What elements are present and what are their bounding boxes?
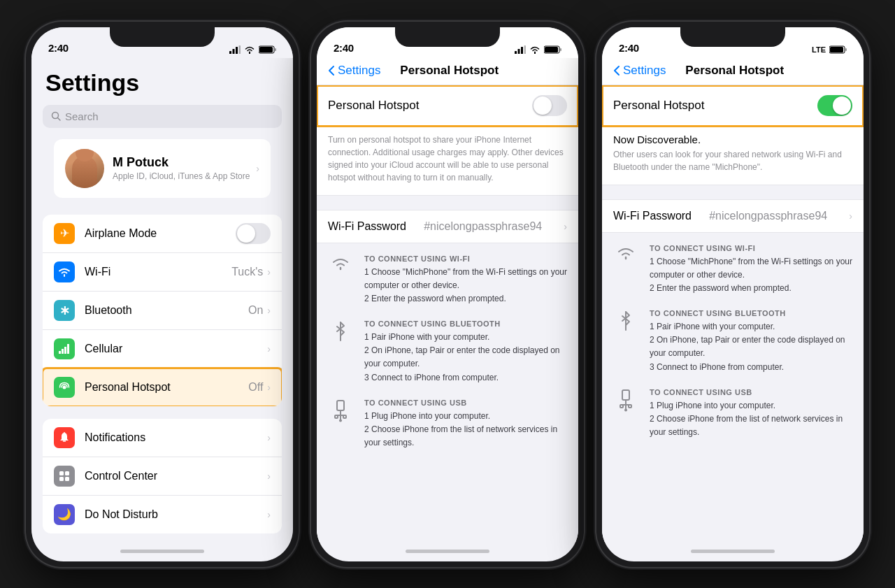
network-group: ✈ Airplane Mode xyxy=(43,215,282,406)
profile-row[interactable]: M Potuck Apple ID, iCloud, iTunes & App … xyxy=(54,139,271,198)
hotspot-toggle-thumb-3 xyxy=(833,96,851,115)
system-group: Notifications › Con xyxy=(43,419,282,533)
nav-back-3[interactable]: Settings xyxy=(613,64,666,78)
bluetooth-value: On xyxy=(248,304,263,317)
svg-rect-1 xyxy=(233,49,235,54)
connect-bt-3: TO CONNECT USING BLUETOOTH 1 Pair iPhone… xyxy=(613,309,852,374)
hotspot-toggle-label-3: Personal Hotspot xyxy=(613,99,704,113)
svg-rect-48 xyxy=(629,405,631,408)
svg-point-13 xyxy=(63,385,66,389)
dnd-row[interactable]: 🌙 Do Not Disturb › xyxy=(43,496,282,533)
wifi-password-value-3: #nicelongpassphrase94 xyxy=(709,210,827,222)
control-center-row[interactable]: Control Center › xyxy=(43,457,282,496)
hotspot-toggle-3[interactable] xyxy=(817,95,852,116)
wifi-chevron: › xyxy=(267,266,271,278)
svg-rect-47 xyxy=(620,405,623,408)
svg-rect-2 xyxy=(236,47,238,54)
bluetooth-row[interactable]: ∗ Bluetooth On › xyxy=(43,292,282,330)
notifications-label: Notifications xyxy=(85,431,267,444)
status-time-2: 2:40 xyxy=(334,42,354,54)
discoverable-note: Now Discoverable. Other users can look f… xyxy=(602,127,864,185)
avatar-person xyxy=(72,156,97,188)
home-indicator-3 xyxy=(602,542,864,561)
svg-point-39 xyxy=(339,419,342,422)
svg-rect-27 xyxy=(518,49,520,54)
dnd-label: Do Not Disturb xyxy=(85,508,267,521)
hotspot-content-3[interactable]: Personal Hotspot Now Discoverable. Other… xyxy=(602,85,864,542)
airplane-mode-row[interactable]: ✈ Airplane Mode xyxy=(43,215,282,253)
connect-usb-title-3: TO CONNECT USING USB xyxy=(650,388,852,396)
airplane-toggle-thumb xyxy=(237,224,255,243)
wifi-row[interactable]: Wi-Fi Tuck's › xyxy=(43,253,282,292)
svg-rect-41 xyxy=(830,47,843,52)
hotspot-content-2[interactable]: Personal Hotspot Turn on personal hotspo… xyxy=(317,85,578,542)
signal-icon-2 xyxy=(515,45,526,54)
connect-wifi-icon-3 xyxy=(613,244,638,261)
hotspot-toggle-section-2[interactable]: Personal Hotspot xyxy=(317,85,578,127)
phone-1: 2:40 xyxy=(26,22,299,567)
svg-rect-11 xyxy=(64,347,66,354)
connect-bt-text-2: TO CONNECT USING BLUETOOTH 1 Pair iPhone… xyxy=(364,320,567,385)
hotspot-desc-text-2: Turn on personal hotspot to share your i… xyxy=(328,135,564,182)
dnd-chevron: › xyxy=(267,509,271,520)
svg-rect-26 xyxy=(515,51,517,54)
airplane-toggle[interactable] xyxy=(236,223,271,244)
status-icons-2 xyxy=(515,45,561,54)
connect-bt-text-3: TO CONNECT USING BLUETOOTH 1 Pair iPhone… xyxy=(650,309,852,374)
status-icons-1 xyxy=(229,45,276,54)
connect-bt-icon-3 xyxy=(613,309,638,331)
nav-back-2[interactable]: Settings xyxy=(328,64,380,78)
svg-rect-34 xyxy=(337,401,344,410)
nav-back-label-2: Settings xyxy=(338,64,380,78)
settings-scroll[interactable]: M Potuck Apple ID, iCloud, iTunes & App … xyxy=(31,139,293,542)
hotspot-toggle-section-3[interactable]: Personal Hotspot xyxy=(602,85,864,127)
svg-rect-32 xyxy=(560,48,561,51)
nav-bar-3: Settings Personal Hotspot xyxy=(602,58,864,85)
profile-chevron: › xyxy=(256,163,259,174)
svg-rect-0 xyxy=(229,51,231,54)
battery-icon-3 xyxy=(829,45,847,54)
lte-badge: LTE xyxy=(812,45,826,54)
airplane-label: Airplane Mode xyxy=(85,227,236,240)
hotspot-icon xyxy=(54,377,75,398)
svg-rect-17 xyxy=(65,471,69,475)
svg-point-49 xyxy=(624,408,627,411)
wifi-password-chevron-3: › xyxy=(849,210,852,222)
dnd-icon: 🌙 xyxy=(54,504,75,525)
status-time-3: 2:40 xyxy=(619,42,639,54)
home-indicator-1 xyxy=(31,542,293,561)
notifications-row[interactable]: Notifications › xyxy=(43,419,282,457)
avatar xyxy=(65,149,104,188)
connect-bt-icon-2 xyxy=(328,320,353,342)
notch-2 xyxy=(395,27,500,47)
wifi-settings-icon xyxy=(54,261,75,282)
hotspot-chevron: › xyxy=(267,382,271,393)
cellular-row[interactable]: Cellular › xyxy=(43,330,282,368)
home-bar-1 xyxy=(120,550,204,553)
search-bar[interactable]: Search xyxy=(43,105,282,128)
connect-wifi-steps-3: 1 Choose "MichPhone" from the Wi-Fi sett… xyxy=(650,255,852,296)
home-bar-2 xyxy=(406,550,489,553)
connect-section-3: TO CONNECT USING WI-FI 1 Choose "MichPho… xyxy=(602,233,864,465)
bluetooth-label: Bluetooth xyxy=(85,304,248,317)
discoverable-title: Now Discoverable. xyxy=(613,134,852,145)
notifications-icon xyxy=(54,427,75,448)
wifi-password-row-2[interactable]: Wi-Fi Password #nicelongpassphrase94 › xyxy=(317,210,578,243)
personal-hotspot-row[interactable]: Personal Hotspot Off › xyxy=(43,368,282,406)
wifi-password-label-2: Wi-Fi Password xyxy=(328,220,406,233)
wifi-password-row-3[interactable]: Wi-Fi Password #nicelongpassphrase94 › xyxy=(602,199,864,233)
bluetooth-chevron: › xyxy=(267,305,271,316)
battery-icon xyxy=(259,45,276,54)
svg-rect-5 xyxy=(259,47,273,52)
connect-wifi-3: TO CONNECT USING WI-FI 1 Choose "MichPho… xyxy=(613,244,852,296)
wifi-password-value-2: #nicelongpassphrase94 xyxy=(424,220,542,233)
svg-rect-12 xyxy=(67,344,69,354)
connect-usb-text-3: TO CONNECT USING USB 1 Plug iPhone into … xyxy=(650,388,852,440)
cellular-chevron: › xyxy=(267,343,271,354)
wifi-password-chevron-2: › xyxy=(564,221,567,232)
connect-bt-title-3: TO CONNECT USING BLUETOOTH xyxy=(650,309,852,317)
nav-title-3: Personal Hotspot xyxy=(685,64,784,78)
connect-wifi-text-3: TO CONNECT USING WI-FI 1 Choose "MichPho… xyxy=(650,244,852,296)
svg-rect-44 xyxy=(622,390,629,400)
hotspot-toggle-2[interactable] xyxy=(532,95,567,116)
